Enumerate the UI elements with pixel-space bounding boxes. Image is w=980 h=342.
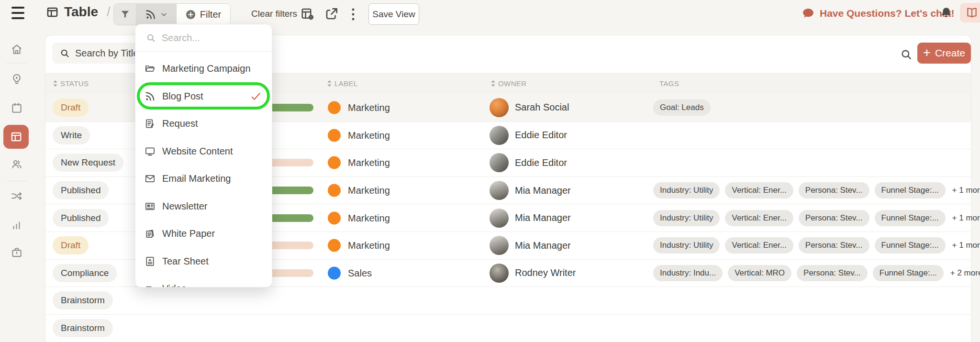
dropdown-item-label: Tear Sheet bbox=[162, 256, 209, 267]
table-view-icon bbox=[46, 6, 59, 19]
dropdown-item-website-content[interactable]: Website Content bbox=[135, 138, 272, 165]
notifications-button[interactable] bbox=[939, 6, 953, 20]
column-header-owner[interactable]: OWNER bbox=[490, 73, 527, 94]
status-badge: Write bbox=[53, 126, 90, 144]
envelope-icon bbox=[144, 173, 156, 184]
table-row[interactable]: Brainstorm bbox=[45, 287, 971, 314]
dropdown-item-white-paper[interactable]: White Paper bbox=[135, 220, 272, 248]
tags-cell: Industry: Indu...Vertical: MROPersona: S… bbox=[653, 265, 980, 281]
more-tags[interactable]: + 1 more bbox=[952, 241, 980, 250]
dropdown-item-label: Email Marketing bbox=[162, 173, 231, 184]
dropdown-search-input[interactable] bbox=[162, 33, 253, 44]
label-cell: Marketing bbox=[328, 129, 390, 142]
tags-cell: Goal: Leads bbox=[653, 99, 711, 116]
tag-chip: Funnel Stage:... bbox=[873, 265, 944, 281]
knowledge-base-button[interactable] bbox=[960, 3, 980, 22]
dropdown-item-request[interactable]: Request bbox=[135, 110, 272, 138]
filter-funnel-button[interactable] bbox=[114, 4, 136, 25]
owner-name: Mia Manager bbox=[515, 212, 571, 223]
create-button[interactable]: + Create bbox=[917, 43, 971, 64]
add-filter-label: Filter bbox=[200, 9, 221, 20]
sidebar-item-ideas[interactable] bbox=[11, 73, 23, 86]
dropdown-item-email-marketing[interactable]: Email Marketing bbox=[135, 165, 272, 193]
table-row[interactable]: Brainstorm bbox=[45, 314, 971, 342]
owner-name: Sarah Social bbox=[515, 102, 569, 113]
tag-chip: Persona: Stev... bbox=[799, 182, 869, 199]
dropdown-item-tear-sheet[interactable]: Tear Sheet bbox=[135, 248, 272, 276]
more-tags[interactable]: + 2 more bbox=[950, 268, 980, 278]
owner-name: Mia Manager bbox=[515, 240, 571, 251]
share-view-button[interactable] bbox=[324, 7, 339, 21]
status-cell: Published bbox=[53, 181, 109, 199]
owner-name: Eddie Editor bbox=[515, 130, 567, 141]
tag-chip: Industry: Utility bbox=[653, 210, 720, 226]
avatar bbox=[490, 153, 509, 172]
column-label: STATUS bbox=[60, 79, 89, 88]
global-search-button[interactable] bbox=[900, 48, 913, 61]
owner-name: Eddie Editor bbox=[515, 157, 567, 168]
sidebar-item-people[interactable] bbox=[11, 158, 23, 170]
help-chat-link[interactable]: Have Questions? Let's chat! bbox=[802, 0, 955, 27]
dropdown-item-marketing-campaign[interactable]: Marketing Campaign bbox=[135, 55, 272, 83]
more-tags[interactable]: + 1 more bbox=[952, 213, 980, 223]
content-type-dropdown: Marketing Campaign Blog Post Request Web… bbox=[135, 24, 272, 287]
avatar bbox=[490, 126, 509, 145]
dropdown-item-blog-post[interactable]: Blog Post bbox=[135, 83, 272, 110]
label-color-dot bbox=[328, 101, 341, 114]
sidebar-item-home[interactable] bbox=[11, 43, 23, 55]
tear-sheet-icon bbox=[144, 256, 156, 267]
owner-cell: Rodney Writer bbox=[490, 264, 576, 283]
hamburger-menu-icon[interactable] bbox=[11, 7, 24, 19]
dropdown-item-newsletter[interactable]: Newsletter bbox=[135, 193, 272, 221]
owner-name: Mia Manager bbox=[515, 185, 571, 196]
table-settings-button[interactable] bbox=[301, 7, 315, 21]
sidebar-item-calendar[interactable] bbox=[11, 102, 23, 114]
column-header-status[interactable]: STATUS bbox=[53, 73, 89, 94]
avatar bbox=[490, 236, 509, 255]
chevron-down-icon bbox=[160, 11, 167, 18]
dropdown-search[interactable] bbox=[135, 24, 272, 52]
home-icon bbox=[11, 43, 23, 55]
folder-open-icon bbox=[144, 63, 156, 74]
column-header-tags[interactable]: TAGS bbox=[659, 73, 679, 94]
label-color-dot bbox=[328, 266, 341, 279]
plus-icon: + bbox=[923, 46, 931, 59]
sidebar-item-workflows[interactable] bbox=[11, 190, 23, 203]
tag-chip: Industry: Utility bbox=[653, 182, 720, 199]
label-cell: Marketing bbox=[328, 184, 390, 197]
share-icon bbox=[324, 7, 339, 21]
plus-circle-icon bbox=[186, 10, 196, 20]
sidebar-item-table-active[interactable] bbox=[3, 125, 29, 149]
status-badge: New Request bbox=[53, 154, 123, 172]
label-text: Marketing bbox=[348, 157, 390, 168]
more-options-button[interactable] bbox=[351, 8, 355, 21]
add-filter-button[interactable]: Filter bbox=[177, 4, 230, 25]
breadcrumb-separator: / bbox=[107, 5, 111, 20]
dropdown-item-label: White Paper bbox=[162, 228, 215, 239]
status-cell: New Request bbox=[53, 154, 123, 172]
chat-bubble-icon bbox=[802, 7, 814, 20]
tag-chip: Industry: Utility bbox=[653, 237, 720, 254]
dropdown-item-video[interactable]: Video bbox=[135, 275, 272, 287]
column-header-label[interactable]: LABEL bbox=[327, 73, 358, 94]
sidebar-item-portfolio[interactable] bbox=[11, 246, 23, 259]
owner-cell: Sarah Social bbox=[490, 98, 569, 117]
check-icon bbox=[250, 91, 261, 102]
briefcase-icon bbox=[11, 246, 23, 259]
owner-cell: Eddie Editor bbox=[490, 126, 567, 145]
dropdown-item-label: Marketing Campaign bbox=[162, 63, 251, 74]
tag-chip: Funnel Stage:... bbox=[875, 237, 946, 254]
avatar bbox=[490, 181, 509, 200]
label-cell: Marketing bbox=[328, 239, 390, 252]
label-text: Marketing bbox=[348, 212, 390, 223]
label-cell: Marketing bbox=[328, 211, 390, 224]
label-color-dot bbox=[328, 239, 341, 252]
dropdown-item-label: Newsletter bbox=[162, 201, 207, 212]
more-tags[interactable]: + 1 more bbox=[952, 186, 980, 195]
table-view-icon bbox=[10, 131, 22, 143]
save-view-button[interactable]: Save View bbox=[368, 3, 419, 25]
content-type-dropdown-button[interactable] bbox=[136, 4, 177, 25]
label-text: Marketing bbox=[348, 185, 390, 196]
avatar bbox=[490, 264, 509, 283]
sidebar-item-reports[interactable] bbox=[11, 219, 23, 231]
